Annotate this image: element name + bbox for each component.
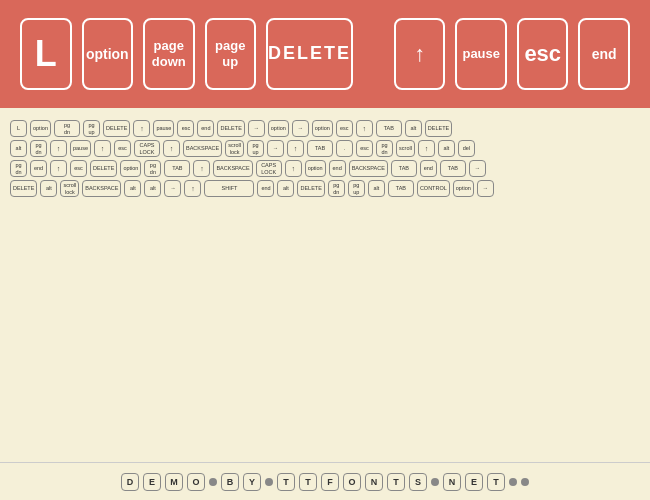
sk-delete3: DELETE <box>425 120 452 137</box>
sk-control: CONTROL <box>417 180 450 197</box>
demo-e: E <box>143 473 161 491</box>
sk-backspace1: BACKSPACE <box>183 140 222 157</box>
sk-arrow6: → <box>477 180 494 197</box>
sk-pause2: pause <box>70 140 91 157</box>
demo-d: D <box>121 473 139 491</box>
sk-pg2: pgup <box>83 120 100 137</box>
sk-end1: end <box>197 120 214 137</box>
demo-t4: T <box>487 473 505 491</box>
key-pause: pause <box>455 18 507 90</box>
sk-esc2: esc <box>336 120 353 137</box>
key-l: L <box>20 18 72 90</box>
sk-up1: ↑ <box>133 120 150 137</box>
sk-pgdn2: pgdn <box>30 140 47 157</box>
sk-delete2: DELETE <box>217 120 244 137</box>
sk-arrow5: → <box>164 180 181 197</box>
demo-bar: D E M O B Y T T F O N T S N E T <box>0 462 650 500</box>
sk-up9: ↑ <box>193 160 210 177</box>
kb-row-3: pgdn end ↑ esc DELETE option pgdn TAB ↑ … <box>10 160 640 177</box>
sk-opt2: option <box>268 120 289 137</box>
demo-sep2 <box>265 478 273 486</box>
sk-pgup3: pgup <box>348 180 365 197</box>
sk-delete5: DELETE <box>90 160 117 177</box>
sk-tab5: TAB <box>440 160 466 177</box>
sk-tab4: TAB <box>391 160 417 177</box>
small-keyboard: L option pgdn pgup DELETE ↑ pause esc en… <box>0 108 650 208</box>
sk-pgdn4: pgdn <box>10 160 27 177</box>
sk-capslock2: CAPSLOCK <box>256 160 282 177</box>
sk-up11: ↑ <box>184 180 201 197</box>
demo-t2: T <box>299 473 317 491</box>
sk-pgup2: pgup <box>247 140 264 157</box>
demo-e2: E <box>465 473 483 491</box>
sk-arrow4: → <box>469 160 486 177</box>
sk-scr2: scroll <box>396 140 415 157</box>
sk-delete6: DELETE <box>10 180 37 197</box>
sk-backspace3: BACKSPACE <box>349 160 388 177</box>
sk-tab2: TAB <box>307 140 333 157</box>
demo-sep1 <box>209 478 217 486</box>
kb-row-2: alt pgdn ↑ pause ↑ esc CAPSLOCK ↑ BACKSP… <box>10 140 640 157</box>
demo-y: Y <box>243 473 261 491</box>
key-pagedown: pagedown <box>143 18 195 90</box>
sk-del4: del <box>458 140 475 157</box>
sk-scrolllock2: scrolllock <box>60 180 79 197</box>
sk-pause1: pause <box>153 120 174 137</box>
sk-capslock1: CAPSLOCK <box>134 140 160 157</box>
demo-o2: O <box>343 473 361 491</box>
kb-row-4: DELETE alt scrolllock BACKSPACE alt alt … <box>10 180 640 197</box>
sk-alt8: alt <box>368 180 385 197</box>
sk-esc1: esc <box>177 120 194 137</box>
demo-s: S <box>409 473 427 491</box>
sk-alt5: alt <box>124 180 141 197</box>
demo-n: N <box>365 473 383 491</box>
sk-end2: end <box>30 160 47 177</box>
sk-up8: ↑ <box>50 160 67 177</box>
sk-end3: end <box>329 160 346 177</box>
sk-up3: ↑ <box>50 140 67 157</box>
demo-m: M <box>165 473 183 491</box>
sk-alt6: alt <box>144 180 161 197</box>
key-esc: esc <box>517 18 569 90</box>
sk-dot1: . <box>336 140 353 157</box>
demo-f: F <box>321 473 339 491</box>
sk-option1: option <box>30 120 51 137</box>
demo-o: O <box>187 473 205 491</box>
sk-up10: ↑ <box>285 160 302 177</box>
sk-pgdn5: pgdn <box>144 160 161 177</box>
demo-t3: T <box>387 473 405 491</box>
sk-tab3: TAB <box>164 160 190 177</box>
sk-end4: end <box>420 160 437 177</box>
key-delete: DELETE <box>266 18 353 90</box>
sk-esc4: esc <box>356 140 373 157</box>
key-up-arrow: ↑ <box>394 18 446 90</box>
sk-up6: ↑ <box>287 140 304 157</box>
sk-alt2: alt <box>10 140 27 157</box>
key-pageup: pageup <box>205 18 257 90</box>
demo-n2: N <box>443 473 461 491</box>
sk-tab1: TAB <box>376 120 402 137</box>
sk-tab6: TAB <box>388 180 414 197</box>
sk-backspace2: BACKSPACE <box>213 160 252 177</box>
demo-sep4 <box>509 478 517 486</box>
sk-alt7: alt <box>277 180 294 197</box>
demo-t1: T <box>277 473 295 491</box>
sk-opt4: option <box>120 160 141 177</box>
kb-row-1: L option pgdn pgup DELETE ↑ pause esc en… <box>10 120 640 137</box>
sk-esc3: esc <box>114 140 131 157</box>
sk-alt1: alt <box>405 120 422 137</box>
sk-backspace4: BACKSPACE <box>82 180 121 197</box>
top-banner: L option pagedown pageup DELETE ↑ pause … <box>0 0 650 108</box>
sk-arrow3: → <box>267 140 284 157</box>
sk-up7: ↑ <box>418 140 435 157</box>
sk-up2: ↑ <box>356 120 373 137</box>
sk-shift: SHIFT <box>204 180 254 197</box>
sk-pg1: pgdn <box>54 120 80 137</box>
demo-b: B <box>221 473 239 491</box>
sk-end5: end <box>257 180 274 197</box>
sk-opt3: option <box>312 120 333 137</box>
sk-arrow1: → <box>248 120 265 137</box>
key-end: end <box>578 18 630 90</box>
sk-up4: ↑ <box>94 140 111 157</box>
sk-alt3: alt <box>438 140 455 157</box>
